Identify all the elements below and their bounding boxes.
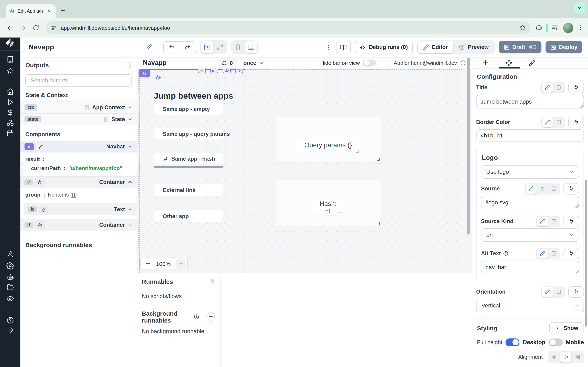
insert-component-tab[interactable]	[482, 59, 489, 66]
connect-input-button[interactable]	[568, 82, 584, 93]
ctx-row[interactable]: ctx App Context	[20, 101, 137, 113]
chevron-down-icon[interactable]	[127, 222, 133, 227]
component-row-container-d[interactable]: d Container	[20, 219, 137, 231]
browser-menu-icon[interactable]	[577, 25, 584, 31]
zoom-out-icon[interactable]	[145, 261, 151, 267]
nav-link-other-app[interactable]: Other app	[154, 210, 223, 222]
static-mode-button[interactable]	[537, 216, 548, 226]
edit-id-icon[interactable]	[36, 143, 45, 150]
global-styling-tab[interactable]	[528, 59, 536, 66]
component-row-text-b[interactable]: b Text	[24, 203, 137, 215]
mobile-view-button[interactable]	[232, 41, 244, 53]
info-icon[interactable]	[503, 251, 508, 256]
help-icon[interactable]	[6, 317, 14, 324]
connect-input-button[interactable]	[568, 117, 584, 128]
nav-link-same-app-query-params[interactable]: Same app - query params	[154, 128, 223, 140]
collapse-rail-icon[interactable]	[6, 326, 14, 334]
logo-select[interactable]: Use logo	[481, 165, 579, 178]
static-mode-button[interactable]	[537, 249, 548, 258]
docs-button[interactable]	[336, 41, 351, 54]
upload-mode-button[interactable]	[537, 184, 548, 193]
schedules-icon[interactable]	[6, 129, 14, 137]
doc-icon[interactable]	[126, 62, 132, 68]
media-playlist-icon[interactable]	[552, 24, 559, 31]
fn-mode-button[interactable]	[548, 249, 559, 258]
hand-pointer-icon[interactable]	[39, 206, 49, 213]
address-bar[interactable]: app.windmill.dev/apps/edit/u/henri/navap…	[46, 21, 530, 34]
site-settings-icon[interactable]	[51, 25, 57, 31]
hand-pointer-icon[interactable]	[35, 178, 45, 186]
chevron-down-icon[interactable]	[127, 207, 133, 212]
connect-input-button[interactable]	[563, 248, 579, 259]
component-row-container-e[interactable]: e Container	[20, 176, 137, 188]
more-options-icon[interactable]	[325, 42, 332, 53]
hash-text-component[interactable]: Hash: "f	[313, 200, 343, 213]
chevron-up-icon[interactable]	[127, 144, 133, 149]
home-icon[interactable]	[6, 88, 14, 95]
tab-search-button[interactable]	[574, 2, 585, 13]
chevron-up-icon[interactable]	[127, 179, 133, 185]
users-icon[interactable]	[6, 250, 14, 258]
canvas-scrollbar[interactable]	[467, 58, 470, 234]
connect-input-button[interactable]	[563, 216, 579, 227]
query-params-text-component[interactable]: Query params {}	[296, 137, 360, 153]
move-component-icon[interactable]	[235, 68, 243, 73]
redo-button[interactable]	[180, 42, 195, 53]
chevron-down-icon[interactable]	[127, 117, 133, 122]
audit-logs-icon[interactable]	[6, 295, 14, 303]
connect-input-button[interactable]	[568, 286, 584, 298]
extensions-icon[interactable]	[535, 24, 542, 31]
add-background-runnable-button[interactable]	[208, 312, 215, 322]
styling-show-button[interactable]: Show	[549, 322, 584, 334]
alt-text-input[interactable]: nav_bar	[481, 260, 579, 273]
static-mode-button[interactable]	[526, 184, 536, 193]
app-canvas[interactable]: a Jump between apps Same app - empty Sam…	[137, 68, 472, 273]
hash-container[interactable]: Hash: "f	[276, 180, 381, 226]
title-input[interactable]: Jump between apps	[476, 94, 584, 108]
settings-scrollbar[interactable]	[585, 180, 587, 326]
refresh-count-button[interactable]: 0	[218, 58, 237, 68]
source-kind-select[interactable]: url	[481, 228, 579, 242]
component-settings-tab[interactable]	[505, 59, 512, 66]
settings-gear-icon[interactable]	[6, 262, 14, 269]
nav-link-same-app-empty[interactable]: Same app - empty	[154, 103, 223, 115]
full-height-desktop-toggle[interactable]	[506, 338, 520, 346]
workers-icon[interactable]	[6, 273, 14, 281]
resize-corner-icon[interactable]	[377, 222, 380, 225]
forward-button[interactable]	[17, 22, 29, 33]
dock-bottom-icon[interactable]	[198, 68, 206, 73]
align-left-button[interactable]	[548, 352, 559, 362]
nav-link-same-app-hash[interactable]: Same app - hash	[154, 153, 223, 164]
resize-corner-icon[interactable]	[339, 209, 342, 212]
url-text[interactable]: app.windmill.dev/apps/edit/u/henri/navap…	[61, 25, 513, 31]
fn-mode-button[interactable]	[553, 83, 564, 92]
variables-icon[interactable]	[6, 108, 14, 116]
rename-app-icon[interactable]	[146, 43, 153, 51]
chevron-down-icon[interactable]	[127, 105, 133, 110]
query-params-container[interactable]: Query params {}	[276, 117, 381, 162]
apps-icon[interactable]	[6, 55, 14, 63]
full-height-mobile-toggle[interactable]	[549, 338, 562, 346]
anchor-component-icon[interactable]	[223, 68, 231, 73]
centered-layout-button[interactable]	[201, 41, 213, 53]
bookmark-star-icon[interactable]	[517, 22, 528, 33]
align-center-button[interactable]	[560, 352, 571, 362]
preview-tab[interactable]: Preview	[453, 41, 494, 54]
expand-component-icon[interactable]	[210, 68, 218, 73]
fn-mode-button[interactable]	[548, 216, 559, 226]
resources-icon[interactable]	[6, 119, 14, 127]
zoom-in-button[interactable]	[176, 259, 186, 268]
resize-corner-icon[interactable]	[377, 158, 380, 160]
windmill-logo-icon[interactable]	[5, 38, 16, 48]
avatar[interactable]	[563, 23, 573, 33]
browser-tab[interactable]: Edit App u/henri/navapp | Win	[6, 4, 56, 18]
doc-icon[interactable]	[209, 278, 215, 284]
full-width-layout-button[interactable]	[214, 41, 226, 53]
fn-mode-button[interactable]	[553, 117, 564, 127]
folders-icon[interactable]	[6, 284, 14, 291]
orientation-select[interactable]: Vertical	[476, 299, 584, 312]
deploy-button[interactable]: Deploy	[545, 41, 582, 54]
editor-tab[interactable]: Editor	[417, 41, 453, 54]
runs-icon[interactable]	[6, 98, 14, 106]
connect-input-button[interactable]	[563, 183, 579, 194]
